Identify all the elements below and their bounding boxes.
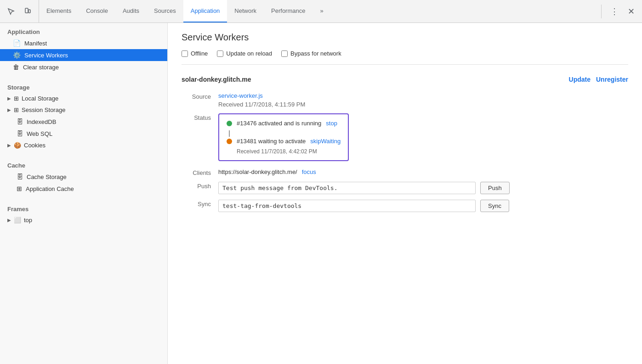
manifest-icon: 📄 (13, 39, 21, 47)
received-timestamp: Received 11/7/2018, 4:11:59 PM (218, 101, 628, 108)
cache-storage-icon: 🗄 (17, 173, 23, 180)
tab-network[interactable]: Network (227, 0, 264, 22)
frame-icon: ⬜ (14, 217, 21, 224)
trash-icon: 🗑 (13, 63, 19, 71)
sidebar-item-cookies[interactable]: ▶ 🍪 Cookies (0, 140, 167, 151)
web-sql-icon: 🗄 (17, 130, 23, 137)
gear-icon: ⚙️ (13, 51, 21, 59)
status-connector (227, 130, 341, 137)
tab-console[interactable]: Console (79, 0, 115, 22)
source-link[interactable]: service-worker.js (218, 92, 263, 99)
sync-input[interactable] (218, 200, 476, 212)
push-row: Push Push (182, 182, 628, 194)
sidebar: Application 📄 Manifest ⚙️ Service Worker… (0, 23, 168, 364)
toolbar-right: ⋮ ✕ (603, 5, 642, 18)
push-input-row: Push (218, 182, 510, 194)
focus-link[interactable]: focus (302, 168, 316, 175)
offline-label: Offline (191, 50, 208, 57)
tab-more[interactable]: » (312, 0, 330, 22)
running-dot (227, 121, 232, 126)
arrow-icon: ▶ (7, 96, 11, 101)
tab-elements[interactable]: Elements (39, 0, 79, 22)
offline-checkbox-label[interactable]: Offline (182, 50, 208, 57)
status-label: Status (182, 113, 218, 121)
unregister-link[interactable]: Unregister (596, 76, 628, 83)
worker-domain: solar-donkey.glitch.me (182, 76, 251, 83)
sync-row: Sync Sync (182, 200, 628, 212)
sidebar-section-cache: Cache (0, 157, 167, 171)
tab-application[interactable]: Application (183, 0, 227, 22)
sync-label: Sync (182, 200, 218, 207)
device-icon[interactable] (21, 5, 34, 18)
session-storage-label: Session Storage (22, 106, 65, 113)
skip-waiting-link[interactable]: skipWaiting (310, 138, 341, 145)
tab-performance[interactable]: Performance (264, 0, 312, 22)
toolbar: Elements Console Audits Sources Applicat… (0, 0, 642, 23)
status-row: Status #13476 activated and is running s… (182, 113, 628, 163)
push-label: Push (182, 182, 218, 190)
source-label: Source (182, 92, 218, 100)
bypass-for-network-label: Bypass for network (290, 50, 341, 57)
bypass-for-network-checkbox-label[interactable]: Bypass for network (281, 50, 341, 57)
sidebar-item-web-sql[interactable]: 🗄 Web SQL (0, 128, 167, 140)
sidebar-item-local-storage[interactable]: ▶ ⊞ Local Storage (0, 93, 167, 104)
application-cache-icon: ⊞ (17, 185, 22, 192)
stop-link[interactable]: stop (326, 120, 337, 127)
page-title: Service Workers (182, 32, 628, 43)
update-on-reload-checkbox[interactable] (217, 50, 223, 57)
svg-rect-0 (25, 8, 28, 13)
sidebar-section-application: Application (0, 23, 167, 37)
content-area: Service Workers Offline Update on reload… (168, 23, 642, 364)
svg-rect-1 (28, 10, 30, 13)
menu-button[interactable]: ⋮ (608, 5, 621, 18)
cursor-icon[interactable] (5, 5, 17, 18)
arrow-icon: ▶ (7, 218, 11, 223)
sync-button[interactable]: Sync (480, 200, 509, 212)
tab-sources[interactable]: Sources (147, 0, 183, 22)
session-storage-icon: ⊞ (14, 106, 19, 113)
manifest-label: Manifest (24, 40, 47, 47)
source-row: Source service-worker.js Received 11/7/2… (182, 92, 628, 108)
sidebar-item-clear-storage[interactable]: 🗑 Clear storage (0, 61, 167, 73)
sidebar-section-frames: Frames (0, 200, 167, 214)
toolbar-icons (0, 0, 39, 22)
bypass-for-network-checkbox[interactable] (281, 50, 288, 57)
clients-value: https://solar-donkey.glitch.me/ focus (218, 168, 628, 175)
sidebar-item-session-storage[interactable]: ▶ ⊞ Session Storage (0, 104, 167, 116)
clients-label: Clients (182, 168, 218, 176)
indexeddb-icon: 🗄 (17, 118, 23, 125)
update-on-reload-label: Update on reload (226, 50, 272, 57)
sidebar-item-cache-storage[interactable]: 🗄 Cache Storage (0, 171, 167, 183)
cookies-label: Cookies (24, 142, 45, 149)
sidebar-item-top[interactable]: ▶ ⬜ top (0, 214, 167, 226)
sidebar-section-storage: Storage (0, 78, 167, 93)
top-label: top (24, 217, 32, 224)
worker-domain-row: solar-donkey.glitch.me Update Unregister (182, 76, 628, 83)
service-workers-label: Service Workers (24, 52, 68, 59)
connector-line (229, 130, 230, 137)
push-input[interactable] (218, 182, 476, 194)
status-received-timestamp: Received 11/7/2018, 4:42:02 PM (227, 148, 341, 155)
close-button[interactable]: ✕ (625, 5, 637, 18)
status-running-entry: #13476 activated and is running stop (227, 120, 341, 127)
sidebar-item-indexeddb[interactable]: 🗄 IndexedDB (0, 116, 167, 128)
cookies-icon: 🍪 (14, 142, 21, 149)
cache-storage-label: Cache Storage (27, 174, 67, 180)
status-value: #13476 activated and is running stop #13… (218, 113, 628, 163)
application-cache-label: Application Cache (26, 185, 74, 192)
status-running-text: #13476 activated and is running (237, 120, 321, 127)
tab-audits[interactable]: Audits (115, 0, 147, 22)
status-box: #13476 activated and is running stop #13… (218, 113, 349, 161)
offline-checkbox[interactable] (182, 50, 188, 57)
update-link[interactable]: Update (569, 76, 591, 83)
waiting-dot (227, 139, 232, 144)
source-value: service-worker.js Received 11/7/2018, 4:… (218, 92, 628, 108)
local-storage-label: Local Storage (22, 95, 58, 102)
push-button[interactable]: Push (480, 182, 510, 194)
sidebar-item-application-cache[interactable]: ⊞ Application Cache (0, 183, 167, 195)
options-row: Offline Update on reload Bypass for netw… (182, 50, 628, 65)
indexeddb-label: IndexedDB (27, 118, 56, 125)
sidebar-item-manifest[interactable]: 📄 Manifest (0, 37, 167, 49)
update-on-reload-checkbox-label[interactable]: Update on reload (217, 50, 272, 57)
sidebar-item-service-workers[interactable]: ⚙️ Service Workers (0, 49, 167, 61)
